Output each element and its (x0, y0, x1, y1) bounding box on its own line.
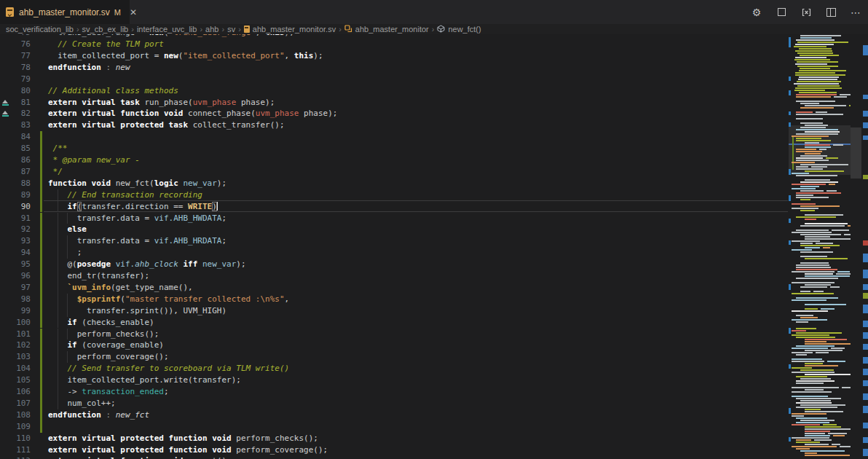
line-number: 104 (0, 363, 31, 374)
vertical-scrollbar[interactable] (851, 34, 868, 459)
code-text: $psprintf("master transfer collected :\n… (48, 294, 289, 305)
breadcrumb-item-new-fct-[interactable]: new_fct() (437, 25, 481, 34)
gutter-modified-bar (40, 294, 42, 305)
minimap[interactable] (789, 34, 851, 459)
code-line-77[interactable]: 77 item_collected_port = new("item_colle… (0, 50, 868, 62)
gutter-modified-bar (40, 421, 42, 433)
code-line-111[interactable]: 111extern virtual protected function voi… (0, 444, 868, 456)
line-number: 83 (0, 119, 31, 131)
line-number: 89 (0, 189, 31, 201)
code-line-89[interactable]: 89 // End transaction recording (0, 189, 868, 201)
gutter-modified-bar (40, 166, 42, 178)
code-line-100[interactable]: 100 if (checks_enable) (0, 317, 868, 329)
code-line-107[interactable]: 107 num_col++; (0, 398, 868, 409)
code-line-85[interactable]: 85 /** (0, 143, 868, 154)
breadcrumb-item-ahb-master-monitor[interactable]: ahb_master_monitor (344, 25, 429, 34)
breadcrumb-separator: › (200, 25, 202, 34)
code-line-108[interactable]: 108endfunction : new_fct (0, 409, 868, 421)
code-line-83[interactable]: 83extern virtual protected task collect_… (0, 119, 868, 131)
square-icon[interactable] (775, 6, 788, 19)
line-number: 92 (0, 224, 31, 235)
code-line-106[interactable]: 106 -> transaction_ended; (0, 386, 868, 398)
code-text: if (checks_enable) (48, 317, 154, 329)
tab-ahb-master-monitor[interactable]: ahb_master_monitor.sv M ✕ (0, 0, 130, 24)
code-line-84[interactable]: 84 (0, 131, 868, 143)
breadcrumb-item-ahb-master-monitor-sv[interactable]: ahb_master_monitor.sv (244, 25, 336, 34)
gutter-modified-bar (40, 201, 42, 213)
overview-ruler-mark (863, 240, 868, 246)
code-line-80[interactable]: 80// Additional class methods (0, 85, 868, 97)
systemverilog-file-icon (6, 7, 14, 17)
code-line-94[interactable]: 94 ; (0, 247, 868, 259)
line-number: 76 (0, 39, 31, 50)
line-number: 111 (0, 444, 31, 456)
code-line-88[interactable]: 88function void new_fct(logic new_var); (0, 178, 868, 189)
code-area[interactable]: 75 trans_addr_range = new("trans_addr_ra… (0, 34, 868, 459)
code-line-109[interactable]: 109 (0, 421, 868, 433)
more-actions-icon[interactable]: ⋯ (849, 6, 862, 19)
line-number: 106 (0, 386, 31, 398)
scrollbar-thumb[interactable] (851, 128, 861, 178)
line-number: 107 (0, 398, 31, 409)
code-line-92[interactable]: 92 else (0, 224, 868, 235)
code-text: end_tr(transfer); (48, 270, 149, 282)
code-line-79[interactable]: 79 (0, 74, 868, 85)
gutter-modified-bar (40, 340, 42, 351)
code-line-87[interactable]: 87 */ (0, 166, 868, 178)
minimap-modified-mark (789, 328, 791, 334)
code-line-98[interactable]: 98 $psprintf("master transfer collected … (0, 294, 868, 305)
code-text: else (48, 224, 87, 235)
gutter-modified-bar (40, 189, 42, 201)
overview-ruler-mark (863, 136, 868, 140)
breadcrumb-separator: › (339, 25, 342, 34)
line-number: 87 (0, 166, 31, 178)
overview-ruler-mark (863, 369, 868, 375)
code-line-102[interactable]: 102 if (coverage_enable) (0, 340, 868, 351)
code-line-103[interactable]: 103 perform_coverage(); (0, 351, 868, 363)
breadcrumb-item-sv-cb-ex-lib[interactable]: sv_cb_ex_lib (82, 25, 129, 34)
line-number: 84 (0, 131, 31, 143)
code-line-97[interactable]: 97 `uvm_info(get_type_name(), (0, 282, 868, 294)
line-number: 99 (0, 305, 31, 317)
code-text: ; (48, 247, 82, 259)
line-number: 97 (0, 282, 31, 294)
code-line-105[interactable]: 105 item_collected_port.write(transfer); (0, 374, 868, 386)
code-line-110[interactable]: 110extern virtual protected function voi… (0, 433, 868, 444)
line-number: 77 (0, 50, 31, 62)
code-line-82[interactable]: 82extern virtual function void connect_p… (0, 108, 868, 119)
line-number: 79 (0, 74, 31, 85)
settings-gear-icon[interactable]: ⚙ (750, 6, 763, 19)
gutter-modified-bar (40, 247, 42, 259)
code-line-96[interactable]: 96 end_tr(transfer); (0, 270, 868, 282)
code-text: num_col++; (48, 398, 116, 409)
compare-changes-icon[interactable] (800, 6, 813, 19)
code-line-86[interactable]: 86 * @param new_var - (0, 154, 868, 166)
minimap-modified-mark (789, 37, 791, 47)
line-number: 86 (0, 154, 31, 166)
breadcrumb-item-interface-uvc-lib[interactable]: interface_uvc_lib (137, 25, 197, 34)
split-editor-icon[interactable] (824, 6, 837, 19)
gutter-modified-bar (40, 329, 42, 340)
minimap-modified-mark (789, 90, 791, 95)
breadcrumb-item-sv[interactable]: sv (227, 25, 235, 34)
code-line-91[interactable]: 91 transfer.data = vif.AHB_HWDATA; (0, 213, 868, 224)
breadcrumb-item-ahb[interactable]: ahb (205, 25, 218, 34)
code-line-81[interactable]: 81extern virtual task run_phase(uvm_phas… (0, 97, 868, 109)
code-line-90[interactable]: 90 if(transfer.direction == WRITE) (0, 201, 868, 213)
close-tab-icon[interactable]: ✕ (127, 7, 139, 18)
code-text: // End transaction recording (48, 189, 202, 201)
file-icon (244, 26, 250, 33)
overview-ruler-mark (863, 305, 868, 313)
breadcrumb-separator: › (432, 25, 435, 34)
code-line-104[interactable]: 104 // Send transfer to scoreboard via T… (0, 363, 868, 374)
code-line-95[interactable]: 95 @(posedge vif.ahb_clock iff new_var); (0, 259, 868, 270)
code-line-99[interactable]: 99 transfer.sprint()), UVM_HIGH) (0, 305, 868, 317)
code-line-101[interactable]: 101 perform_checks(); (0, 329, 868, 340)
line-number: 102 (0, 340, 31, 351)
minimap-modified-mark (789, 219, 791, 223)
breadcrumb-item-soc-verification-lib[interactable]: soc_verification_lib (6, 25, 74, 34)
code-line-76[interactable]: 76 // Create the TLM port (0, 39, 868, 50)
code-line-112[interactable]: 112extern virtual function void report()… (0, 455, 868, 459)
code-line-78[interactable]: 78endfunction : new (0, 62, 868, 74)
code-line-93[interactable]: 93 transfer.data = vif.AHB_HRDATA; (0, 235, 868, 247)
